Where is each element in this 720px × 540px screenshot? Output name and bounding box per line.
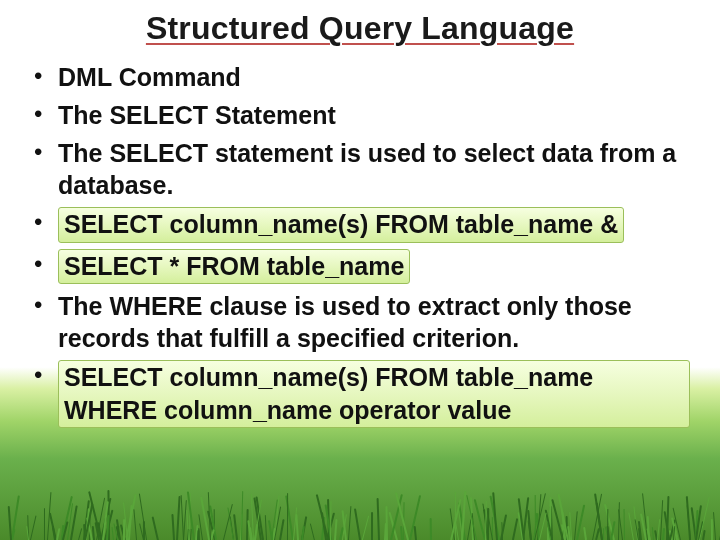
bullet-list: DML Command The SELECT Statement The SEL…	[30, 61, 690, 428]
bullet-text: The WHERE clause is used to extract only…	[58, 292, 632, 352]
bullet-item: The SELECT statement is used to select d…	[30, 137, 690, 201]
bullet-item: The SELECT Statement	[30, 99, 690, 131]
bullet-text-part: The SELECT statement is used to	[58, 139, 464, 167]
bullet-text: DML Command	[58, 63, 241, 91]
slide-content: DML Command The SELECT Statement The SEL…	[30, 61, 690, 428]
grass-decoration	[0, 470, 720, 540]
bullet-item: SELECT * FROM table_name	[30, 249, 690, 285]
code-highlight: SELECT * FROM table_name	[58, 249, 410, 285]
code-highlight: SELECT column_name(s) FROM table_name &	[58, 207, 624, 243]
bullet-item: The WHERE clause is used to extract only…	[30, 290, 690, 354]
bullet-item: SELECT column_name(s) FROM table_name WH…	[30, 360, 690, 428]
bullet-text: The SELECT Statement	[58, 101, 336, 129]
bullet-text-emphasis: select data	[464, 139, 593, 167]
bullet-item: SELECT column_name(s) FROM table_name &	[30, 207, 690, 243]
slide: Structured Query Language DML Command Th…	[0, 0, 720, 540]
code-highlight: SELECT column_name(s) FROM table_name WH…	[58, 360, 690, 428]
bullet-item: DML Command	[30, 61, 690, 93]
slide-title: Structured Query Language	[30, 10, 690, 47]
